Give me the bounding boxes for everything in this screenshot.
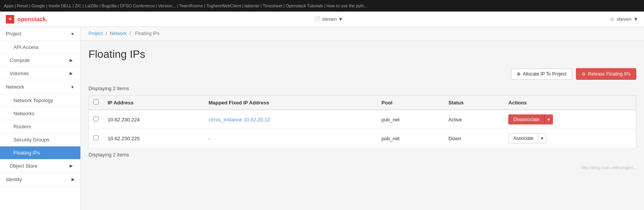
allocate-ip-button[interactable]: ⊕ Allocate IP To Project bbox=[511, 68, 572, 80]
sidebar-network-label: Network bbox=[6, 84, 24, 90]
row-checkbox-0[interactable] bbox=[93, 116, 98, 121]
sidebar-project-header[interactable]: Project ▼ bbox=[0, 27, 80, 41]
navbar-user-menu[interactable]: ☺ steven ▼ bbox=[610, 16, 638, 22]
action-group: Associate ▾ bbox=[508, 133, 631, 143]
sidebar-item-network-topology[interactable]: Network Topology bbox=[0, 94, 80, 107]
allocate-icon: ⊕ bbox=[517, 71, 521, 77]
instance-link[interactable]: cirros_instance 10.62.20.12 bbox=[208, 117, 270, 123]
row-ip-address: 10.62.230.224 bbox=[103, 110, 204, 129]
row-mapped-fixed-ip[interactable]: cirros_instance 10.62.20.12 bbox=[204, 110, 377, 129]
breadcrumb: Project / Network / Floating IPs bbox=[81, 27, 644, 40]
row-actions: Disassociate ▾ bbox=[504, 110, 636, 129]
row-ip-address: 10.62.230.225 bbox=[103, 129, 204, 148]
main-layout: Project ▼ API Access Compute ▶ Volumes ▶… bbox=[0, 27, 644, 210]
sidebar-project-chevron: ▼ bbox=[70, 32, 75, 36]
sidebar-object-store-chevron: ▶ bbox=[70, 163, 73, 168]
breadcrumb-floating-ips: Floating IPs bbox=[135, 31, 159, 36]
user-chevron-icon: ▼ bbox=[633, 16, 638, 22]
sidebar-identity-chevron: ▶ bbox=[72, 177, 75, 182]
brand[interactable]: ✦ openstack. bbox=[6, 15, 47, 24]
user-icon: ☺ bbox=[610, 16, 615, 22]
select-all-header[interactable] bbox=[89, 96, 103, 110]
breadcrumb-network[interactable]: Network bbox=[110, 31, 126, 36]
row-status: Down bbox=[444, 129, 504, 148]
sidebar-network-topology-label: Network Topology bbox=[13, 97, 53, 103]
sidebar: Project ▼ API Access Compute ▶ Volumes ▶… bbox=[0, 27, 81, 210]
sidebar-identity-header[interactable]: Identity ▶ bbox=[0, 173, 80, 186]
sidebar-network-header[interactable]: Network ▼ bbox=[0, 80, 80, 94]
table-row: 10.62.230.224cirros_instance 10.62.20.12… bbox=[89, 110, 636, 129]
display-count-bottom: Displaying 2 items bbox=[88, 152, 636, 158]
col-status: Status bbox=[444, 96, 504, 110]
navbar-project-icon: 📄 bbox=[314, 16, 320, 22]
display-count-top: Displaying 2 items bbox=[88, 86, 636, 91]
release-label: Release Floating IPs bbox=[588, 71, 631, 77]
row-checkbox-1[interactable] bbox=[93, 135, 98, 140]
sidebar-item-networks[interactable]: Networks bbox=[0, 107, 80, 120]
sidebar-security-groups-label: Security Groups bbox=[13, 137, 49, 143]
user-label: steven bbox=[617, 16, 631, 22]
table-row: 10.62.230.225-pub_netDown Associate ▾ bbox=[89, 129, 636, 148]
sidebar-item-floating-ips[interactable]: Floating IPs bbox=[0, 146, 80, 160]
select-all-checkbox[interactable] bbox=[93, 99, 98, 104]
row-actions: Associate ▾ bbox=[504, 129, 636, 148]
sidebar-api-access-label: API Access bbox=[13, 44, 39, 50]
table-header-row: IP Address Mapped Fixed IP Address Pool … bbox=[89, 96, 636, 110]
sidebar-volumes-chevron: ▶ bbox=[70, 71, 73, 76]
breadcrumb-sep1: / bbox=[106, 31, 107, 36]
watermark: http://blog.csdn.net/songjier... bbox=[88, 165, 636, 170]
sidebar-identity-label: Identity bbox=[6, 176, 22, 182]
release-floating-ips-button[interactable]: ⊖ Release Floating IPs bbox=[576, 68, 636, 80]
row-checkbox-cell bbox=[89, 129, 103, 148]
action-button-row2[interactable]: Associate bbox=[508, 133, 538, 143]
navbar: ✦ openstack. 📄 steven ▼ ☺ steven ▼ bbox=[0, 12, 644, 27]
sidebar-item-security-groups[interactable]: Security Groups bbox=[0, 133, 80, 146]
floating-ips-table: IP Address Mapped Fixed IP Address Pool … bbox=[88, 95, 636, 148]
row-checkbox-cell bbox=[89, 110, 103, 129]
sidebar-volumes-label: Volumes bbox=[10, 71, 29, 76]
action-group: Disassociate ▾ bbox=[508, 114, 631, 124]
breadcrumb-project[interactable]: Project bbox=[88, 31, 103, 36]
sidebar-project-label: Project bbox=[6, 31, 21, 37]
brand-name: openstack. bbox=[17, 16, 47, 22]
sidebar-object-store-label: Object Store bbox=[10, 163, 37, 169]
sidebar-floating-ips-label: Floating IPs bbox=[13, 150, 40, 156]
page-title: Floating IPs bbox=[88, 48, 636, 60]
sidebar-item-routers[interactable]: Routers bbox=[0, 120, 80, 133]
action-caret-row2[interactable]: ▾ bbox=[538, 133, 546, 143]
sidebar-compute-chevron: ▶ bbox=[70, 58, 73, 63]
browser-topbar: Apps | Reset | Google | Inside DELL | Zi… bbox=[0, 0, 644, 12]
row-pool: pub_net bbox=[377, 129, 444, 148]
action-caret-row1[interactable]: ▾ bbox=[544, 114, 553, 124]
sidebar-network-chevron: ▼ bbox=[70, 85, 75, 89]
main-content: Project / Network / Floating IPs Floatin… bbox=[81, 27, 644, 210]
sidebar-item-compute[interactable]: Compute ▶ bbox=[0, 54, 80, 67]
sidebar-item-api-access[interactable]: API Access bbox=[0, 41, 80, 54]
sidebar-item-volumes[interactable]: Volumes ▶ bbox=[0, 67, 80, 80]
breadcrumb-sep2: / bbox=[130, 31, 131, 36]
row-status: Active bbox=[444, 110, 504, 129]
row-pool: pub_net bbox=[377, 110, 444, 129]
col-ip-address: IP Address bbox=[103, 96, 204, 110]
sidebar-routers-label: Routers bbox=[13, 124, 31, 129]
navbar-project-label: steven ▼ bbox=[322, 16, 343, 22]
page-content: Floating IPs ⊕ Allocate IP To Project ⊖ … bbox=[81, 40, 644, 178]
release-icon: ⊖ bbox=[582, 71, 586, 77]
sidebar-networks-label: Networks bbox=[13, 111, 34, 116]
sidebar-item-object-store[interactable]: Object Store ▶ bbox=[0, 160, 80, 173]
allocate-label: Allocate IP To Project bbox=[523, 71, 567, 77]
col-actions: Actions bbox=[504, 96, 636, 110]
navbar-project-menu[interactable]: 📄 steven ▼ bbox=[314, 16, 343, 22]
sidebar-compute-label: Compute bbox=[10, 57, 30, 63]
toolbar: ⊕ Allocate IP To Project ⊖ Release Float… bbox=[88, 68, 636, 80]
col-mapped-fixed-ip: Mapped Fixed IP Address bbox=[204, 96, 377, 110]
action-button-row1[interactable]: Disassociate bbox=[508, 114, 544, 124]
row-mapped-fixed-ip: - bbox=[204, 129, 377, 148]
browser-tabs-text: Apps | Reset | Google | Inside DELL | Zi… bbox=[4, 3, 368, 8]
logo-icon: ✦ bbox=[6, 15, 14, 24]
col-pool: Pool bbox=[377, 96, 444, 110]
